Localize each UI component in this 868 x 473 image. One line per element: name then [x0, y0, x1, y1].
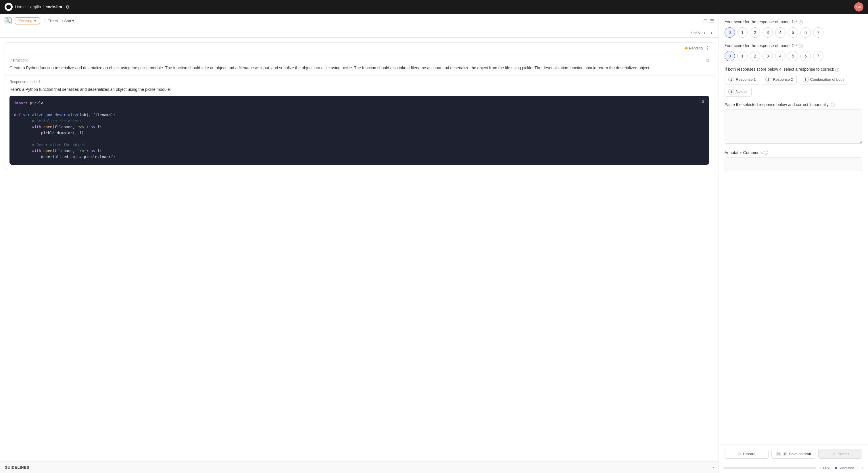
progress-percent: 0.00% — [820, 466, 830, 470]
correct-info-icon[interactable]: i — [835, 68, 839, 72]
instruction-text: Create a Python function to serialize an… — [9, 65, 709, 71]
response-option-1[interactable]: 1 Response 1 — [724, 75, 760, 85]
right-content: Your score for the response of model 1: … — [719, 14, 868, 445]
status-dot — [685, 47, 687, 50]
score1-buttons: 0 1 2 3 4 5 6 7 — [724, 27, 862, 38]
sort-icon: ↕ — [61, 19, 63, 23]
guidelines-label: GUIDELINES — [5, 465, 29, 470]
card-header: Pending ⋮ — [5, 42, 714, 54]
instruction-copy-button[interactable]: ⧉ — [706, 58, 709, 63]
single-view-button[interactable]: ▢ — [703, 18, 708, 24]
filters-label: Filters — [48, 19, 58, 23]
toolbar: 🔍 Pending ▾ ⊞ Filters ↕ Sort ▾ ▢ ☰ — [0, 14, 718, 28]
score1-btn-1[interactable]: 1 — [737, 27, 748, 38]
right-panel: Your score for the response of model 1: … — [718, 14, 868, 473]
search-button[interactable]: 🔍 — [5, 18, 11, 24]
score2-btn-5[interactable]: 5 — [788, 51, 798, 61]
pagination-info: 5 of 5 — [690, 31, 700, 35]
submitted-label: Submitted — [839, 466, 854, 470]
response-option-2[interactable]: 2 Response 2 — [762, 75, 797, 85]
response-option-neither[interactable]: 4 Neither — [724, 87, 752, 97]
breadcrumb: Home / argilla / code-llm — [15, 5, 62, 9]
paste-label: Paste the selected response below and co… — [724, 102, 862, 107]
breadcrumb-argilla[interactable]: argilla — [30, 5, 41, 9]
submit-kbd: ↵ — [831, 452, 836, 456]
pending-filter-button[interactable]: Pending ▾ — [15, 17, 40, 25]
discard-label: Discard — [743, 452, 755, 456]
submitted-dot — [835, 467, 837, 469]
save-draft-button[interactable]: ⌘ S Save as draft — [771, 449, 815, 459]
status-bar: 0.00% Submitted 0 › — [719, 463, 868, 473]
avatar: SD — [854, 2, 863, 11]
left-panel: 🔍 Pending ▾ ⊞ Filters ↕ Sort ▾ ▢ ☰ 5 of … — [0, 14, 718, 473]
status-text: Pending — [689, 46, 703, 50]
discard-button[interactable]: ⊙ Discard — [724, 449, 769, 459]
response-option-1-num: 1 — [728, 77, 734, 83]
paste-textarea[interactable] — [724, 109, 862, 144]
score2-btn-2[interactable]: 2 — [750, 51, 760, 61]
score1-btn-3[interactable]: 3 — [763, 27, 773, 38]
sort-button[interactable]: ↕ Sort ▾ — [61, 19, 74, 23]
score1-btn-2[interactable]: 2 — [750, 27, 760, 38]
pagination-next[interactable]: › — [709, 30, 714, 36]
score1-btn-5[interactable]: 5 — [788, 27, 798, 38]
score2-section: Your score for the response of model 2: … — [724, 43, 862, 62]
code-block: ⧉ import pickle def serialize_and_deseri… — [9, 96, 709, 165]
sort-chevron: ▾ — [72, 19, 74, 23]
toolbar-right: ▢ ☰ — [703, 18, 714, 24]
filter-icon: ⊞ — [43, 19, 46, 23]
discard-kbd: ⊙ — [738, 451, 741, 456]
score1-btn-7[interactable]: 7 — [813, 27, 824, 38]
response-selector: If both responses score below 4, select … — [724, 67, 862, 97]
correct-label: If both responses score below 4, select … — [724, 67, 862, 72]
filters-button[interactable]: ⊞ Filters — [43, 19, 58, 23]
comments-input[interactable] — [724, 157, 862, 171]
paste-info-icon[interactable]: i — [831, 103, 835, 107]
score2-required: * — [796, 43, 798, 48]
status-bar-next[interactable]: › — [862, 466, 863, 470]
pagination-prev[interactable]: ‹ — [702, 30, 707, 36]
breadcrumb-repo[interactable]: code-llm — [46, 5, 62, 9]
score1-btn-0[interactable]: 0 — [724, 27, 735, 38]
topnav: Home / argilla / code-llm ⚙ SD — [0, 0, 868, 14]
score2-buttons: 0 1 2 3 4 5 6 7 — [724, 51, 862, 61]
comments-section: Annotator Comments i — [724, 150, 862, 171]
card-menu-button[interactable]: ⋮ — [705, 45, 710, 51]
response-option-combination[interactable]: 3 Combination of both — [799, 75, 847, 85]
main-layout: 🔍 Pending ▾ ⊞ Filters ↕ Sort ▾ ▢ ☰ 5 of … — [0, 14, 868, 473]
pagination: 5 of 5 ‹ › — [0, 28, 718, 38]
gear-icon[interactable]: ⚙ — [65, 4, 69, 10]
comments-info-icon[interactable]: i — [764, 151, 768, 155]
list-view-button[interactable]: ☰ — [710, 18, 714, 24]
score1-label: Your score for the response of model 1: … — [724, 20, 862, 25]
response-options-row2: 4 Neither — [724, 87, 862, 97]
response-option-neither-label: Neither — [736, 89, 748, 94]
main-card: Pending ⋮ ⧉ Instruction: Create a Python… — [5, 42, 714, 169]
breadcrumb-home[interactable]: Home — [15, 5, 26, 9]
score2-btn-3[interactable]: 3 — [763, 51, 773, 61]
score2-btn-0[interactable]: 0 — [724, 51, 735, 61]
score2-btn-4[interactable]: 4 — [775, 51, 785, 61]
score1-btn-4[interactable]: 4 — [775, 27, 785, 38]
response-option-neither-num: 4 — [728, 89, 734, 95]
logo[interactable] — [5, 3, 13, 11]
response-option-combination-label: Combination of both — [810, 77, 843, 82]
score2-btn-1[interactable]: 1 — [737, 51, 748, 61]
sort-label: Sort — [64, 19, 71, 23]
score2-label: Your score for the response of model 2: … — [724, 43, 862, 48]
pending-filter-chevron: ▾ — [34, 19, 36, 23]
code-content: import pickle def serialize_and_deserial… — [14, 100, 705, 160]
guidelines-bar[interactable]: GUIDELINES › — [0, 462, 718, 473]
code-copy-button[interactable]: ⧉ — [700, 99, 706, 104]
breadcrumb-sep1: / — [27, 5, 28, 9]
draft-kbd-key: S — [783, 452, 787, 456]
score2-btn-7[interactable]: 7 — [813, 51, 824, 61]
submit-button[interactable]: ↵ Submit — [818, 449, 862, 459]
instruction-label: Instruction: — [9, 58, 709, 62]
score2-btn-6[interactable]: 6 — [801, 51, 811, 61]
score2-info-icon[interactable]: i — [799, 44, 803, 48]
score1-info-icon[interactable]: i — [799, 21, 803, 25]
instruction-section: ⧉ Instruction: Create a Python function … — [5, 54, 714, 75]
score1-btn-6[interactable]: 6 — [801, 27, 811, 38]
response-intro: Here's a Python function that serializes… — [9, 86, 709, 93]
